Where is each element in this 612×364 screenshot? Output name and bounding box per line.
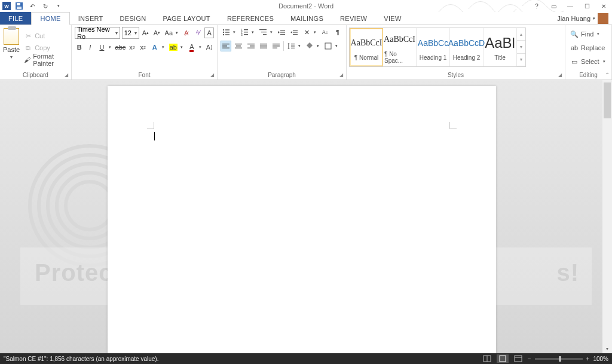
find-button[interactable]: 🔍Find▾ — [568, 28, 607, 40]
decrease-indent-button[interactable] — [276, 27, 287, 38]
paragraph-launcher-icon[interactable]: ◢ — [338, 71, 345, 78]
asian-layout-button[interactable]: ✕ — [301, 27, 312, 38]
line-spacing-button[interactable] — [286, 41, 296, 51]
bold-button[interactable]: B — [75, 42, 84, 53]
style-title[interactable]: AaBlTitle — [484, 28, 517, 66]
paste-button[interactable]: Paste ▾ — [3, 27, 20, 69]
tab-review[interactable]: REVIEW — [332, 12, 375, 25]
shading-button[interactable] — [304, 41, 315, 51]
line-spacing-caret-icon[interactable]: ▾ — [296, 41, 302, 51]
tab-page-layout[interactable]: PAGE LAYOUT — [155, 12, 219, 25]
document-page[interactable] — [108, 86, 496, 353]
select-caret-icon[interactable]: ▾ — [603, 59, 605, 64]
paste-caret-icon[interactable]: ▾ — [10, 54, 13, 60]
tab-view[interactable]: VIEW — [375, 12, 409, 25]
save-icon[interactable] — [14, 1, 24, 11]
clipboard-launcher-icon[interactable]: ◢ — [63, 71, 70, 78]
superscript-button[interactable]: x2 — [139, 42, 148, 53]
tab-insert[interactable]: INSERT — [70, 12, 112, 25]
numbering-caret-icon[interactable]: ▾ — [250, 27, 256, 38]
status-text[interactable]: "Salmon CE #1": 1,856 characters (an app… — [4, 356, 158, 362]
tab-file[interactable]: FILE — [0, 12, 31, 25]
help-icon[interactable]: ? — [531, 1, 543, 11]
clear-formatting-button[interactable]: A̷ — [182, 27, 191, 38]
user-name[interactable]: Jian Huang — [557, 15, 590, 22]
zoom-slider[interactable] — [535, 358, 583, 360]
user-avatar[interactable] — [598, 13, 608, 24]
zoom-slider-thumb[interactable] — [559, 356, 561, 362]
style-heading-1[interactable]: AaBbCcHeading 1 — [417, 28, 450, 66]
redo-icon[interactable]: ↻ — [41, 1, 50, 11]
sort-button[interactable]: A↓ — [320, 27, 331, 38]
phonetic-guide-button[interactable]: ᴬ⁄ — [193, 27, 203, 38]
collapse-ribbon-icon[interactable]: ⌃ — [605, 72, 610, 78]
print-layout-button[interactable] — [497, 354, 509, 363]
read-mode-button[interactable] — [481, 354, 493, 363]
undo-icon[interactable]: ↶ — [27, 1, 37, 11]
ribbon-display-icon[interactable]: ▭ — [547, 1, 559, 11]
qat-customize-icon[interactable]: ▾ — [54, 1, 63, 11]
shrink-font-button[interactable]: A▾ — [152, 27, 161, 38]
tab-mailings[interactable]: MAILINGS — [282, 12, 332, 25]
user-menu-caret-icon[interactable]: ▾ — [593, 16, 595, 21]
subscript-button[interactable]: x2 — [127, 42, 136, 53]
gallery-up-icon[interactable]: ▴ — [517, 28, 525, 41]
bullets-caret-icon[interactable]: ▾ — [231, 27, 237, 38]
style-heading-2[interactable]: AaBbCcDHeading 2 — [450, 28, 484, 66]
justify-button[interactable] — [258, 41, 269, 51]
styles-launcher-icon[interactable]: ◢ — [556, 71, 564, 78]
change-case-button[interactable]: Aa — [163, 27, 174, 38]
web-layout-button[interactable] — [512, 354, 524, 363]
scroll-thumb[interactable] — [604, 82, 611, 118]
zoom-out-button[interactable]: − — [528, 356, 531, 362]
gallery-more-icon[interactable]: ▾ — [517, 54, 525, 66]
style-no-spacing[interactable]: AaBbCcI¶ No Spac... — [383, 28, 417, 66]
italic-button[interactable]: I — [85, 42, 94, 53]
font-launcher-icon[interactable]: ◢ — [209, 71, 216, 78]
font-color-button[interactable]: A — [186, 42, 197, 53]
copy-button[interactable]: ⧉Copy — [22, 42, 68, 53]
font-name-select[interactable]: Times New Ro▾ — [75, 27, 120, 39]
close-icon[interactable]: ✕ — [598, 1, 610, 11]
align-right-button[interactable] — [246, 41, 256, 51]
asian-layout-caret-icon[interactable]: ▾ — [312, 27, 318, 38]
underline-button[interactable]: U — [96, 42, 107, 53]
tab-references[interactable]: REFERENCES — [219, 12, 282, 25]
gallery-down-icon[interactable]: ▾ — [517, 41, 525, 53]
tab-design[interactable]: DESIGN — [112, 12, 155, 25]
select-button[interactable]: ▭Select▾ — [568, 56, 607, 68]
font-color-caret-icon[interactable]: ▾ — [197, 42, 203, 53]
numbering-button[interactable]: 123 — [239, 27, 250, 38]
increase-indent-button[interactable] — [289, 27, 299, 38]
find-caret-icon[interactable]: ▾ — [597, 32, 599, 36]
scroll-down-icon[interactable]: ▾ — [602, 344, 612, 353]
tab-home[interactable]: HOME — [31, 12, 69, 25]
zoom-in-button[interactable]: + — [586, 356, 590, 362]
cut-button[interactable]: ✂Cut — [22, 30, 68, 41]
change-case-caret-icon[interactable]: ▾ — [174, 27, 180, 38]
grow-font-button[interactable]: A▴ — [141, 27, 151, 38]
zoom-level[interactable]: 100% — [593, 356, 608, 362]
multilevel-caret-icon[interactable]: ▾ — [268, 27, 274, 38]
show-hide-button[interactable]: ¶ — [332, 27, 343, 38]
minimize-icon[interactable]: — — [564, 1, 576, 11]
borders-caret-icon[interactable]: ▾ — [333, 41, 339, 51]
highlight-caret-icon[interactable]: ▾ — [179, 42, 185, 53]
bullets-button[interactable] — [221, 27, 231, 38]
replace-button[interactable]: abReplace — [568, 42, 607, 54]
text-effects-caret-icon[interactable]: ▾ — [160, 42, 166, 53]
strikethrough-button[interactable]: abc — [115, 42, 126, 53]
text-effects-button[interactable]: A — [149, 42, 160, 53]
font-size-select[interactable]: 12▾ — [122, 27, 139, 39]
style-normal[interactable]: AaBbCcI¶ Normal — [350, 28, 383, 66]
character-border-button[interactable]: A — [204, 27, 214, 38]
distributed-button[interactable] — [271, 41, 281, 51]
maximize-icon[interactable]: ☐ — [581, 1, 593, 11]
vertical-scrollbar[interactable]: ▴ ▾ — [602, 80, 612, 353]
highlight-button[interactable]: ab — [168, 42, 179, 53]
format-painter-button[interactable]: 🖌Format Painter — [22, 54, 68, 65]
borders-button[interactable] — [323, 41, 333, 51]
underline-caret-icon[interactable]: ▾ — [107, 42, 113, 53]
shading-caret-icon[interactable]: ▾ — [315, 41, 321, 51]
align-left-button[interactable] — [221, 41, 231, 51]
